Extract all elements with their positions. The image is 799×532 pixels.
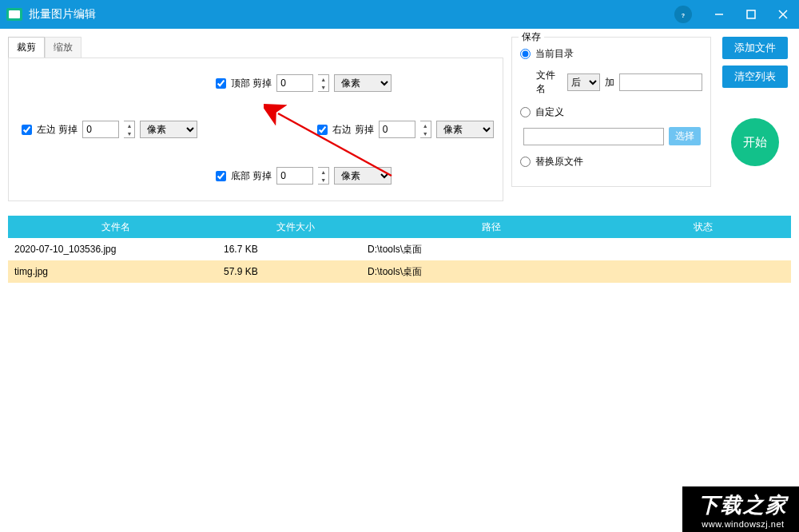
crop-top-spinner[interactable]: ▲▼ <box>318 74 329 92</box>
filename-label: 文件名 <box>536 69 562 96</box>
table-header: 文件名 文件大小 路径 状态 <box>8 216 791 238</box>
table-row[interactable]: 2020-07-10_103536.jpg 16.7 KB D:\tools\桌… <box>8 238 791 260</box>
crop-left-checkbox[interactable] <box>22 125 32 135</box>
app-icon <box>6 8 22 21</box>
tab-crop[interactable]: 裁剪 <box>8 37 45 58</box>
col-header-size: 文件大小 <box>224 220 368 234</box>
crop-bottom-spinner[interactable]: ▲▼ <box>318 167 329 185</box>
crop-top-checkbox[interactable] <box>216 78 226 89</box>
crop-panel: 顶部 剪掉 ▲▼ 像素 左边 剪掉 ▲▼ 像素 <box>8 58 503 201</box>
save-current-dir-option[interactable]: 当前目录 <box>520 47 702 61</box>
crop-left-value[interactable] <box>82 121 119 138</box>
file-table: 文件名 文件大小 路径 状态 2020-07-10_103536.jpg 16.… <box>8 216 791 283</box>
table-row[interactable]: timg.jpg 57.9 KB D:\tools\桌面 <box>8 260 791 283</box>
close-button[interactable] <box>767 0 799 29</box>
titlebar: 批量图片编辑 ? <box>0 0 799 29</box>
svg-text:?: ? <box>682 13 685 18</box>
radio-replace[interactable] <box>520 157 531 167</box>
crop-right-value[interactable] <box>379 121 415 138</box>
tab-scale[interactable]: 缩放 <box>45 37 81 58</box>
tab-bar: 裁剪 缩放 <box>8 37 503 58</box>
crop-bottom-value[interactable] <box>276 167 313 185</box>
crop-bottom-unit[interactable]: 像素 <box>334 167 392 185</box>
crop-left-unit[interactable]: 像素 <box>140 121 197 138</box>
radio-current-dir[interactable] <box>520 49 531 59</box>
maximize-button[interactable] <box>735 0 767 29</box>
crop-top-value[interactable] <box>276 74 313 92</box>
crop-left-label: 左边 剪掉 <box>37 123 78 137</box>
col-header-name: 文件名 <box>8 220 224 234</box>
col-header-status: 状态 <box>615 220 791 234</box>
save-legend: 保存 <box>519 30 544 44</box>
crop-bottom-checkbox[interactable] <box>216 171 226 181</box>
crop-right-unit[interactable]: 像素 <box>436 121 494 138</box>
help-button[interactable]: ? <box>674 6 692 23</box>
start-button[interactable]: 开始 <box>731 118 779 166</box>
watermark: 下载之家 www.windowszj.net <box>682 486 799 532</box>
minimize-button[interactable] <box>703 0 735 29</box>
crop-bottom-label: 底部 剪掉 <box>231 169 272 183</box>
window-title: 批量图片编辑 <box>29 7 96 22</box>
crop-right-label: 右边 剪掉 <box>332 123 373 137</box>
crop-right-checkbox[interactable] <box>317 125 328 135</box>
custom-path-input[interactable] <box>523 128 664 145</box>
add-label: 加 <box>605 76 614 89</box>
svg-rect-2 <box>747 10 755 18</box>
choose-path-button[interactable]: 选择 <box>669 127 701 145</box>
save-custom-option[interactable]: 自定义 <box>520 105 702 119</box>
crop-right-spinner[interactable]: ▲▼ <box>420 121 431 138</box>
add-file-button[interactable]: 添加文件 <box>722 37 788 59</box>
crop-left-spinner[interactable]: ▲▼ <box>124 121 135 138</box>
clear-list-button[interactable]: 清空列表 <box>722 66 788 88</box>
position-select[interactable]: 后 <box>567 73 600 91</box>
col-header-path: 路径 <box>368 220 615 234</box>
crop-top-label: 顶部 剪掉 <box>231 77 272 90</box>
suffix-input[interactable] <box>619 73 702 91</box>
crop-top-unit[interactable]: 像素 <box>334 74 392 92</box>
save-panel: 保存 当前目录 文件名 后 加 自定义 选择 <box>511 37 711 187</box>
save-replace-option[interactable]: 替换原文件 <box>520 155 702 169</box>
radio-custom[interactable] <box>520 107 531 117</box>
